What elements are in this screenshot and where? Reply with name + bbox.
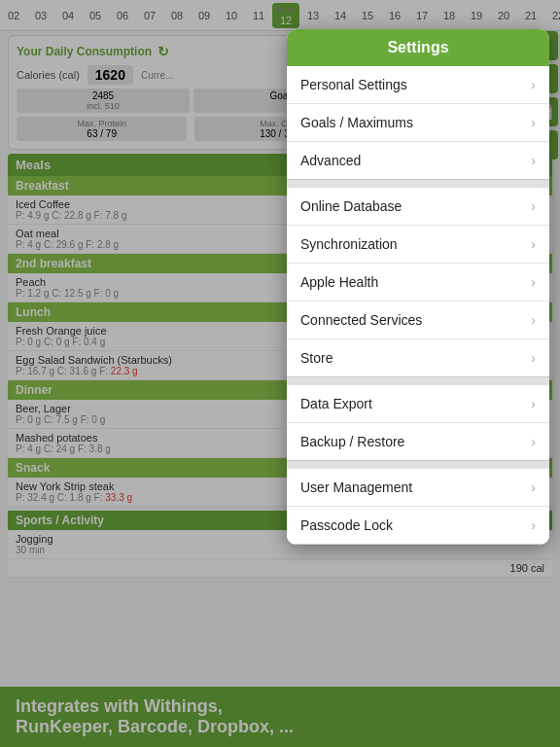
- chevron-icon: ›: [531, 434, 536, 449]
- chevron-icon: ›: [531, 517, 536, 533]
- settings-item-connected-services[interactable]: Connected Services ›: [287, 302, 549, 339]
- chevron-icon: ›: [531, 350, 536, 366]
- settings-item-store[interactable]: Store ›: [287, 339, 549, 376]
- settings-group-4: User Management › Passcode Lock ›: [287, 469, 549, 545]
- settings-item-backup[interactable]: Backup / Restore ›: [287, 423, 549, 460]
- chevron-icon: ›: [531, 198, 536, 214]
- settings-group-1: Personal Settings › Goals / Maximums › A…: [287, 66, 549, 180]
- chevron-icon: ›: [531, 153, 536, 168]
- settings-item-sync[interactable]: Synchronization ›: [287, 226, 549, 264]
- settings-item-advanced[interactable]: Advanced ›: [287, 142, 549, 179]
- chevron-icon: ›: [531, 115, 536, 130]
- settings-panel: Settings Personal Settings › Goals / Max…: [287, 29, 549, 545]
- settings-separator: [287, 180, 549, 188]
- chevron-icon: ›: [531, 480, 536, 495]
- settings-item-user-mgmt[interactable]: User Management ›: [287, 469, 549, 507]
- chevron-icon: ›: [531, 77, 536, 92]
- chevron-icon: ›: [531, 274, 536, 290]
- settings-item-personal[interactable]: Personal Settings ›: [287, 66, 549, 104]
- settings-item-online-db[interactable]: Online Database ›: [287, 188, 549, 226]
- settings-item-passcode[interactable]: Passcode Lock ›: [287, 507, 549, 544]
- settings-item-goals[interactable]: Goals / Maximums ›: [287, 104, 549, 142]
- settings-separator: [287, 377, 549, 385]
- settings-group-2: Online Database › Synchronization › Appl…: [287, 188, 549, 377]
- settings-group-3: Data Export › Backup / Restore ›: [287, 385, 549, 461]
- settings-separator: [287, 461, 549, 469]
- chevron-icon: ›: [531, 236, 536, 252]
- settings-item-data-export[interactable]: Data Export ›: [287, 385, 549, 423]
- chevron-icon: ›: [531, 396, 536, 411]
- settings-panel-header: Settings: [287, 29, 549, 66]
- chevron-icon: ›: [531, 312, 536, 328]
- settings-item-apple-health[interactable]: Apple Health ›: [287, 264, 549, 302]
